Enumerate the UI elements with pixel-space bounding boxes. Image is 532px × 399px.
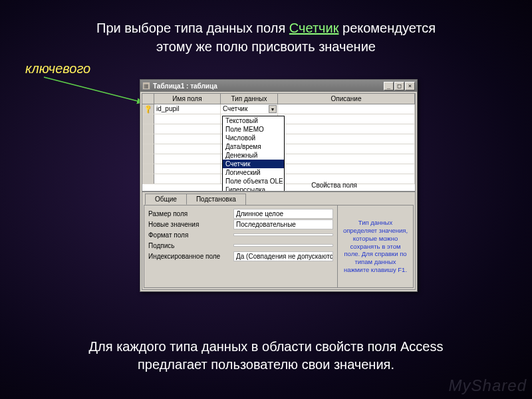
- minimize-button[interactable]: _: [384, 82, 394, 90]
- dropdown-option[interactable]: Текстовый: [223, 116, 284, 125]
- row-selector-header: [142, 94, 154, 104]
- field-type-value: Счетчик: [223, 105, 247, 112]
- dropdown-option[interactable]: Денежный: [223, 151, 284, 160]
- prop-label-caption: Подпись: [148, 242, 233, 249]
- prop-value-caption[interactable]: [233, 244, 333, 247]
- heading-part-a: При выборе типа данных поля: [96, 21, 289, 35]
- property-body: Размер поля Длинное целое Новые значения…: [144, 205, 414, 288]
- slide-bottom-text: Для каждого типа данных в области свойст…: [40, 338, 492, 374]
- dropdown-option[interactable]: Поле MEMO: [223, 125, 284, 134]
- col-header-name: Имя поля: [154, 94, 221, 104]
- type-dropdown-button[interactable]: ▼: [269, 105, 277, 113]
- prop-label-format: Формат поля: [148, 231, 233, 239]
- arrow-annotation: [40, 73, 153, 113]
- dropdown-option[interactable]: Гиперссылка: [223, 186, 284, 192]
- dropdown-option[interactable]: Поле объекта OLE: [223, 177, 284, 186]
- field-design-grid[interactable]: Имя поля Тип данных Описание 🔑 id_pupil …: [142, 93, 416, 192]
- table-row[interactable]: 🔑 id_pupil Счетчик ▼: [142, 104, 415, 114]
- prop-label-indexed: Индексированное поле: [148, 253, 233, 260]
- property-row: Размер поля Длинное целое: [148, 208, 333, 219]
- prop-value-format[interactable]: [233, 233, 333, 236]
- dropdown-option[interactable]: Числовой: [223, 134, 284, 142]
- tab-lookup[interactable]: Подстановка: [186, 194, 246, 205]
- field-desc-cell[interactable]: [278, 104, 415, 114]
- bottom-line2: предлагает пользователю свои значения.: [138, 357, 394, 372]
- field-properties-pane: Общие Подстановка Размер поля Длинное це…: [142, 192, 416, 290]
- slide-heading: При выборе типа данных поля Счетчик реко…: [27, 19, 505, 56]
- property-tabs: Общие Подстановка: [145, 194, 415, 205]
- access-table-design-window: ▦ Таблица1 : таблица _ □ × Имя поля Тип …: [140, 79, 418, 292]
- prop-value-indexed[interactable]: Да (Совпадения не допускаются): [233, 251, 333, 261]
- property-list: Размер поля Длинное целое Новые значения…: [144, 205, 337, 287]
- field-type-cell[interactable]: Счетчик ▼: [221, 104, 278, 114]
- heading-accent: Счетчик: [289, 21, 339, 35]
- prop-label-size: Размер поля: [148, 210, 233, 217]
- data-type-dropdown[interactable]: Текстовый Поле MEMO Числовой Дата/время …: [222, 116, 285, 192]
- prop-value-size[interactable]: Длинное целое: [233, 209, 333, 219]
- tab-general[interactable]: Общие: [145, 194, 187, 205]
- row-selector[interactable]: 🔑: [142, 104, 154, 114]
- window-title: Таблица1 : таблица: [153, 82, 383, 90]
- dropdown-option[interactable]: Логический: [223, 168, 284, 177]
- key-word-label: ключевого: [25, 61, 90, 76]
- maximize-button[interactable]: □: [394, 82, 404, 90]
- table-icon: ▦: [142, 82, 150, 90]
- col-header-desc: Описание: [278, 94, 415, 104]
- titlebar[interactable]: ▦ Таблица1 : таблица _ □ ×: [140, 80, 417, 92]
- bottom-line1: Для каждого типа данных в области свойст…: [89, 339, 444, 354]
- svg-line-0: [44, 77, 143, 102]
- grid-header-row: Имя поля Тип данных Описание: [142, 94, 415, 104]
- property-row: Индексированное поле Да (Совпадения не д…: [148, 251, 333, 261]
- property-row: Новые значения Последовательные: [148, 219, 333, 229]
- heading-line2: этому же полю присвоить значение: [156, 39, 376, 54]
- prop-label-newvals: Новые значения: [148, 221, 233, 228]
- property-help-text: Тип данных определяет значения, которые …: [337, 205, 413, 287]
- primary-key-icon: 🔑: [143, 104, 153, 114]
- dropdown-option-selected[interactable]: Счетчик: [223, 160, 284, 168]
- watermark: MyShared: [449, 376, 527, 395]
- dropdown-option[interactable]: Дата/время: [223, 142, 284, 151]
- property-row: Формат поля: [148, 229, 333, 240]
- prop-value-newvals[interactable]: Последовательные: [233, 219, 333, 229]
- close-button[interactable]: ×: [405, 82, 415, 90]
- property-row: Подпись: [148, 240, 333, 251]
- field-name-cell[interactable]: id_pupil: [154, 104, 221, 114]
- heading-part-b: рекомендуется: [338, 21, 436, 35]
- col-header-type: Тип данных: [221, 94, 278, 104]
- field-properties-label: Свойства поля: [311, 182, 357, 189]
